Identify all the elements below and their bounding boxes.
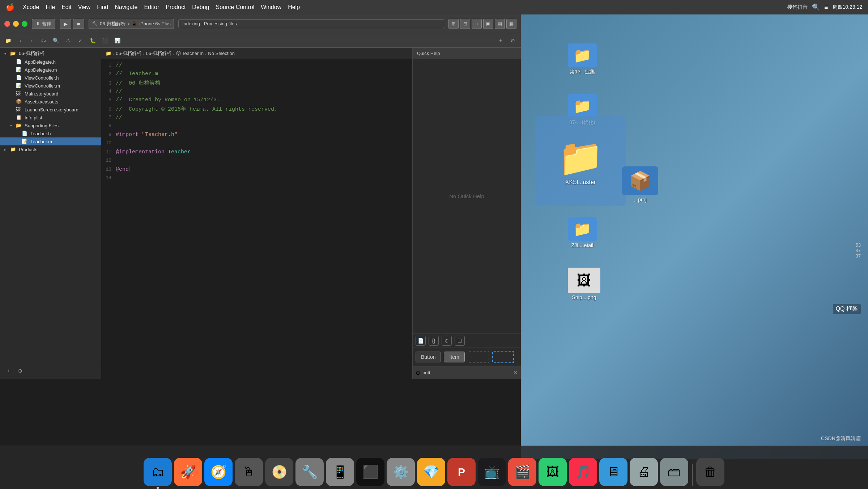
breadcrumb-item-1[interactable]: 06-归档解析 (116, 50, 141, 57)
dock-music[interactable]: 🎵 (569, 458, 597, 486)
qh-search-input[interactable] (422, 370, 511, 375)
minimize-button[interactable] (13, 21, 19, 27)
menu-debug[interactable]: Debug (192, 4, 209, 10)
desktop-item[interactable]: 🖼 Snip....png (568, 268, 600, 300)
layout-btn2[interactable]: ▤ (495, 19, 505, 29)
dock-dvd[interactable]: 📀 (265, 458, 293, 486)
sidebar-item-teacher_h[interactable]: 📄Teacher.h (0, 129, 101, 137)
breakpoint-navigator-btn[interactable]: ⬛ (100, 35, 110, 46)
issue-navigator-btn[interactable]: ⚠ (63, 35, 73, 46)
item-item[interactable]: Item (444, 352, 464, 362)
run-button[interactable]: ▶ (60, 19, 71, 29)
dock-finder[interactable]: 🗂 (144, 458, 172, 486)
menu-edit[interactable]: Edit (61, 4, 72, 10)
stop-button[interactable]: ■ (73, 19, 84, 29)
dock-photos[interactable]: 🖼 (539, 458, 567, 486)
sidebar-item-appdelegate_h[interactable]: 📄AppDelegate.h (0, 58, 101, 66)
breadcrumb-item-3[interactable]: ⓪ Teacher.m (176, 50, 204, 57)
menu-source-control[interactable]: Source Control (216, 4, 255, 10)
code-area[interactable]: 1 // 2 // Teacher.m 3 // 06-归档解档 4 // 5 (101, 59, 412, 379)
desktop-item[interactable]: 📁 第13...业集 (568, 43, 597, 75)
code-editor[interactable]: 📁 › 06-归档解析 › 06-归档解析 › ⓪ Teacher.m › No… (101, 48, 412, 379)
add-file-bottom-btn[interactable]: + (4, 366, 13, 375)
dock-terminal[interactable]: ⬛ (356, 458, 384, 486)
dashed-item-2[interactable] (492, 351, 514, 363)
nav-back-button[interactable]: ‹ (15, 35, 25, 46)
filter-bottom-btn[interactable]: ⊙ (16, 366, 25, 375)
menu-file[interactable]: File (46, 4, 55, 10)
sidebar-item-root[interactable]: ▾📂06-归档解析 (0, 49, 101, 58)
sidebar-item-assets[interactable]: 📦Assets.xcassets (0, 98, 101, 106)
breadcrumb-item-2[interactable]: 06-归档解析 (146, 50, 171, 57)
sidebar-item-viewcontroller_m[interactable]: 📝ViewController.m (0, 82, 101, 90)
dock-settings[interactable]: ⚙️ (387, 458, 415, 486)
dock-files[interactable]: 🗃 (660, 458, 688, 486)
file-icon: 📄 (16, 75, 22, 81)
desktop-item[interactable]: 📁 ZJL...etail (568, 217, 597, 248)
filter-btn[interactable]: ⊙ (508, 35, 518, 46)
apple-menu[interactable]: 🍎 (6, 3, 15, 12)
scheme-selector[interactable]: 🔨 06-归档解析 › 📱 iPhone 6s Plus (89, 19, 174, 29)
dock-ppt[interactable]: P (447, 458, 476, 486)
dock-trash[interactable]: 🗑 (696, 458, 724, 486)
qh-file-btn[interactable]: 📄 (416, 336, 426, 346)
qh-brace-btn[interactable]: {} (429, 336, 439, 346)
large-folder-item[interactable]: 📁 XKSl...aster (535, 116, 626, 206)
menu-editor[interactable]: Editor (144, 4, 159, 10)
dock-safari[interactable]: 🧭 (204, 458, 233, 486)
nav-forward-button[interactable]: › (26, 35, 36, 46)
dashed-item-1[interactable] (468, 351, 489, 363)
dock-print[interactable]: 🖨 (630, 458, 658, 486)
test-navigator-btn[interactable]: ✓ (75, 35, 85, 46)
qh-circle-btn[interactable]: ⊙ (442, 336, 452, 346)
menu-navigate[interactable]: Navigate (115, 4, 137, 10)
sidebar-item-supporting_files[interactable]: ▾📂Supporting Files (0, 122, 101, 129)
layout-btn1[interactable]: ▣ (483, 19, 493, 29)
pause-button[interactable]: ⏸ 暂停 (32, 19, 55, 29)
folder-icon-btn[interactable]: 📁 (3, 35, 13, 46)
dock-sketch[interactable]: 💎 (417, 458, 445, 486)
sidebar-item-products[interactable]: ▸📁Products (0, 145, 101, 153)
debug-toggle-button[interactable]: ⊟ (460, 19, 470, 29)
dock-screen[interactable]: 🖥 (599, 458, 627, 486)
menu-product[interactable]: Product (166, 4, 186, 10)
navigator-toggle-button[interactable]: ⊞ (448, 19, 459, 29)
layout-btn3[interactable]: ▦ (506, 19, 516, 29)
assistant-toggle-button[interactable]: ↔ (472, 19, 482, 29)
dock-tv[interactable]: 📺 (478, 458, 506, 486)
menu-window[interactable]: Window (261, 4, 281, 10)
button-item[interactable]: Button (416, 352, 441, 362)
maximize-button[interactable] (22, 21, 27, 27)
breadcrumb-project[interactable]: 📁 (106, 51, 111, 56)
add-file-btn[interactable]: + (495, 35, 506, 46)
file-navigator-btn[interactable]: 🗂 (38, 35, 48, 46)
xcode-icon: 🔨 (92, 21, 98, 26)
report-navigator-btn[interactable]: 📊 (112, 35, 122, 46)
sidebar-item-appdelegate_m[interactable]: 📝AppDelegate.m (0, 66, 101, 74)
search-icon[interactable]: 🔍 (812, 3, 820, 11)
debug-navigator-btn[interactable]: 🐛 (88, 35, 98, 46)
dock-app1[interactable]: 📱 (326, 458, 354, 486)
sidebar-item-info_plist[interactable]: 📋Info.plist (0, 114, 101, 122)
dock-mouse[interactable]: 🖱 (235, 458, 263, 486)
menu-help[interactable]: Help (288, 4, 300, 10)
dock-launchpad[interactable]: 🚀 (174, 458, 202, 486)
breadcrumb-item-4[interactable]: No Selection (208, 51, 235, 56)
search-navigator-btn[interactable]: 🔍 (51, 35, 61, 46)
dock-media[interactable]: 🎬 (508, 458, 536, 486)
sidebar-item-main_storyboard[interactable]: 🖼Main.storyboard (0, 90, 101, 98)
menu-icon[interactable]: ≡ (824, 4, 828, 11)
sidebar-item-teacher_m[interactable]: 📝Teacher.m (0, 137, 101, 145)
print-icon: 🖨 (637, 464, 650, 480)
menu-xcode[interactable]: Xcode (23, 4, 39, 10)
close-button[interactable] (4, 21, 10, 27)
dock-tools[interactable]: 🔧 (295, 458, 324, 486)
menu-view[interactable]: View (78, 4, 90, 10)
sidebar-item-launchscreen[interactable]: 🖼LaunchScreen.storyboard (0, 106, 101, 114)
qh-square-btn[interactable]: ☐ (455, 336, 465, 346)
menu-find[interactable]: Find (97, 4, 108, 10)
folder-icon: 📁 (568, 94, 597, 118)
desktop-item[interactable]: 📦 ...proj (622, 166, 658, 203)
sidebar-item-viewcontroller_h[interactable]: 📄ViewController.h (0, 74, 101, 82)
clear-search-icon[interactable]: ✕ (513, 369, 518, 376)
